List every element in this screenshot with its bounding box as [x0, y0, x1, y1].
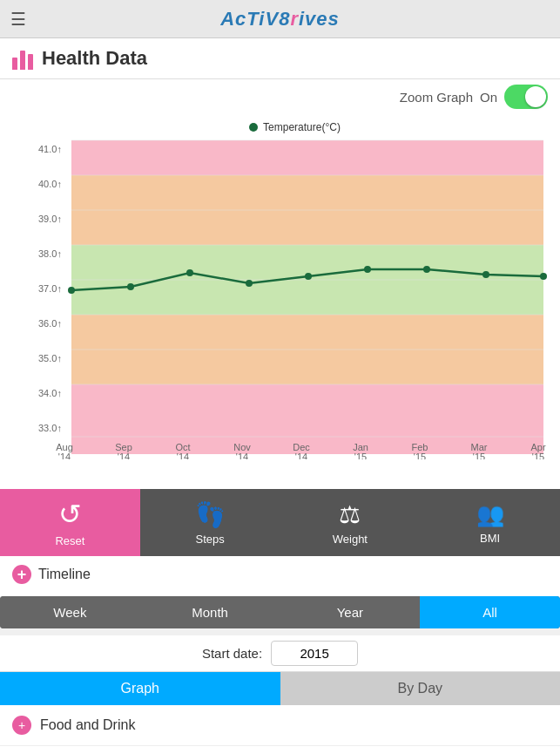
zoom-graph-row: Zoom Graph On — [0, 79, 560, 114]
metric-tab-bmi[interactable]: 👥 BMI — [420, 489, 560, 556]
svg-text:41.0↑: 41.0↑ — [38, 144, 62, 154]
weight-label: Weight — [333, 533, 368, 546]
svg-text:38.0↑: 38.0↑ — [38, 248, 62, 259]
food-and-drink-item[interactable]: + Food and Drink — [0, 705, 560, 746]
svg-text:'15: '15 — [354, 452, 367, 459]
time-tab-all[interactable]: All — [420, 596, 560, 628]
metric-tabs: ↺ Reset 👣 Steps ⚖ Weight 👥 BMI — [0, 489, 560, 556]
svg-point-31 — [364, 266, 371, 273]
view-tab-graph[interactable]: Graph — [0, 672, 280, 705]
legend-dot — [249, 123, 258, 132]
app-header: ☰ AcTiV8rives — [0, 0, 560, 38]
svg-text:'14: '14 — [58, 452, 71, 459]
toggle-knob — [525, 86, 546, 107]
hamburger-icon[interactable]: ☰ — [10, 9, 26, 30]
svg-point-32 — [423, 266, 430, 273]
view-tab-byday[interactable]: By Day — [280, 672, 561, 705]
svg-text:'14: '14 — [177, 452, 189, 459]
metric-tab-reset[interactable]: ↺ Reset — [0, 489, 140, 556]
page-title: Health Data — [42, 47, 147, 70]
temperature-chart: 41.0↑ 40.0↑ 39.0↑ 38.0↑ 37.0↑ 36.0↑ 35.0… — [38, 137, 548, 459]
svg-text:36.0↑: 36.0↑ — [38, 318, 62, 329]
timeline-header: + Timeline — [12, 565, 548, 584]
start-date-input[interactable] — [271, 641, 358, 666]
chart-area: Temperature(°C) 41.0↑ 40.0↑ 39.0↑ 38.0↑ … — [0, 114, 560, 489]
svg-text:34.0↑: 34.0↑ — [38, 388, 62, 398]
zoom-graph-label: Zoom Graph — [400, 90, 473, 105]
start-date-label: Start date: — [202, 646, 262, 661]
svg-text:40.0↑: 40.0↑ — [38, 179, 62, 189]
svg-text:'14: '14 — [236, 452, 248, 459]
svg-point-27 — [127, 283, 134, 290]
zoom-graph-toggle[interactable] — [504, 85, 548, 109]
svg-point-30 — [305, 273, 312, 280]
timeline-plus-icon[interactable]: + — [12, 565, 31, 584]
svg-text:'15: '15 — [414, 452, 426, 459]
bar-chart-icon — [12, 47, 35, 70]
svg-rect-14 — [71, 315, 543, 350]
svg-text:'14: '14 — [118, 452, 130, 459]
chart-svg-wrapper: 41.0↑ 40.0↑ 39.0↑ 38.0↑ 37.0↑ 36.0↑ 35.0… — [38, 137, 551, 463]
reset-icon: ↺ — [58, 498, 82, 531]
bmi-label: BMI — [480, 532, 500, 545]
svg-point-28 — [186, 269, 193, 276]
svg-text:39.0↑: 39.0↑ — [38, 214, 62, 224]
svg-text:37.0↑: 37.0↑ — [38, 283, 62, 294]
svg-point-34 — [540, 273, 547, 280]
timeline-section: + Timeline — [0, 556, 560, 596]
metric-tab-weight[interactable]: ⚖ Weight — [280, 489, 421, 556]
svg-rect-10 — [71, 175, 543, 210]
svg-point-33 — [482, 271, 489, 278]
weight-icon: ⚖ — [339, 500, 361, 529]
svg-rect-15 — [71, 350, 543, 384]
page-title-bar: Health Data — [0, 38, 560, 79]
time-tab-month[interactable]: Month — [140, 596, 280, 628]
steps-label: Steps — [196, 533, 225, 546]
svg-text:35.0↑: 35.0↑ — [38, 353, 62, 363]
legend-label: Temperature(°C) — [263, 121, 341, 133]
svg-point-26 — [68, 287, 75, 294]
svg-point-29 — [246, 280, 253, 287]
svg-text:33.0↑: 33.0↑ — [38, 423, 62, 433]
svg-text:'15: '15 — [473, 452, 485, 459]
svg-text:'14: '14 — [295, 452, 307, 459]
food-and-drink-icon: + — [12, 716, 31, 735]
reset-label: Reset — [55, 534, 84, 547]
time-tab-week[interactable]: Week — [0, 596, 140, 628]
svg-rect-11 — [71, 210, 543, 245]
zoom-graph-status: On — [480, 90, 497, 105]
bmi-icon: 👥 — [476, 501, 504, 528]
app-logo: AcTiV8rives — [220, 8, 340, 31]
timeline-title: Timeline — [38, 567, 91, 582]
metric-tab-steps[interactable]: 👣 Steps — [140, 489, 280, 556]
view-tabs: Graph By Day — [0, 672, 560, 705]
start-date-row: Start date: — [0, 635, 560, 672]
chart-legend: Temperature(°C) — [38, 121, 551, 133]
svg-text:'15: '15 — [532, 452, 544, 459]
time-tab-year[interactable]: Year — [280, 596, 421, 628]
time-period-tabs: Week Month Year All — [0, 596, 560, 628]
svg-rect-9 — [71, 140, 543, 175]
food-and-drink-label: Food and Drink — [40, 717, 135, 733]
steps-icon: 👣 — [195, 500, 226, 529]
